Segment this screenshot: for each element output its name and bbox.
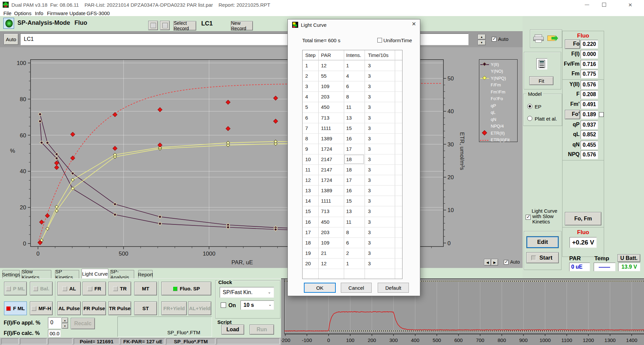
svg-text:1300: 1300	[604, 337, 615, 343]
grid-view-button-2[interactable]	[160, 21, 170, 30]
fifo-appl-down[interactable]: ▼	[62, 323, 68, 329]
tab-settings[interactable]: Settings	[2, 270, 20, 278]
f-ml-button[interactable]: F ML	[4, 301, 27, 315]
cell-intens: 16	[346, 188, 352, 193]
table-row[interactable]: 5450113	[303, 102, 402, 112]
al-yield-button[interactable]: AL+Yield	[188, 301, 211, 315]
al-pulse-button[interactable]: AL Pulse	[57, 301, 81, 315]
fifo-appl-up[interactable]: ▲	[62, 318, 68, 323]
fo-fm-button[interactable]: Fo, Fm	[565, 212, 601, 225]
cancel-button[interactable]: Cancel	[341, 283, 372, 293]
mt-button[interactable]: MT	[134, 282, 157, 295]
y-ii--value: 0.576	[581, 80, 598, 89]
load-button[interactable]: Load	[221, 325, 244, 335]
grid-view-button[interactable]	[148, 21, 158, 30]
select-record-button[interactable]: Select Record	[173, 21, 196, 30]
clock-on-checkbox[interactable]	[221, 302, 226, 308]
chart-legend[interactable]: Y(II)Y(NO)Y(NPQ)F/FmFm'/FmFo'/FoqPqLqNNP…	[479, 59, 518, 142]
table-row[interactable]: 112147183	[303, 164, 402, 175]
fr-button[interactable]: FR	[83, 282, 106, 295]
auto-button[interactable]: Auto	[4, 33, 18, 45]
table-row[interactable]: 81389163	[303, 133, 402, 144]
bal--button[interactable]: Bal.	[30, 282, 53, 295]
default-button[interactable]: Default	[378, 283, 409, 293]
table-row[interactable]: 11213	[303, 60, 402, 71]
table-row[interactable]: 201213	[303, 258, 402, 269]
record-next-button[interactable]: ▶	[491, 259, 498, 266]
table-row[interactable]: 91724173	[303, 144, 402, 154]
menu-item-file[interactable]: File	[3, 10, 11, 16]
menu-item-info[interactable]: Info	[35, 10, 43, 16]
table-row[interactable]: 192123	[303, 248, 402, 258]
svg-text:0: 0	[327, 337, 330, 343]
menu-item-options[interactable]: Options	[14, 10, 32, 16]
f-value: 0.208	[581, 90, 598, 99]
table-row[interactable]: 420383	[303, 91, 402, 102]
edit-button[interactable]: Edit	[526, 236, 559, 248]
fr-pulse-button[interactable]: FR Pulse	[83, 301, 106, 315]
mf-h-label: MF-H	[39, 305, 51, 311]
table-row[interactable]: 102147183	[303, 154, 402, 164]
spin-up-button[interactable]: ▲	[478, 34, 486, 40]
interval-dropdown[interactable]: 10 s⌄	[240, 300, 274, 310]
print-icon[interactable]	[533, 34, 544, 43]
chart-auto-checkbox[interactable]: ✓	[504, 260, 508, 265]
table-row[interactable]: 25543	[303, 71, 402, 81]
auto-checkbox[interactable]: ✓	[492, 37, 496, 42]
mode-icon[interactable]	[3, 18, 14, 29]
menu-item-firmware-update[interactable]: Firmware Update	[47, 10, 86, 16]
tr-button[interactable]: TR	[108, 282, 131, 295]
table-row[interactable]: 71111153	[303, 123, 402, 133]
dialog-close-icon[interactable]: ✕	[409, 21, 419, 29]
al-button[interactable]: AL	[57, 282, 81, 295]
cell-time: 3	[368, 219, 371, 225]
tab-slow-kinetics[interactable]: Slow Kinetics	[21, 270, 51, 278]
st-button[interactable]: ST	[134, 301, 157, 315]
ok-button[interactable]: OK	[304, 283, 336, 293]
table-row[interactable]: 141111153	[303, 196, 402, 206]
fluo-sp-button[interactable]: Fluo. SP	[161, 282, 211, 295]
tab-sp-analysis[interactable]: SP-Analysis	[110, 270, 134, 278]
fr-yield-button[interactable]: FR+Yield	[161, 301, 187, 315]
fifo-appl-field[interactable]: 0	[48, 317, 61, 329]
mf-h-button[interactable]: MF-H	[30, 301, 53, 315]
lc-slow-kinetics-checkbox[interactable]: ✓	[526, 215, 531, 220]
p-ml-button[interactable]: P ML	[4, 282, 27, 295]
cell-step: 6	[305, 115, 308, 121]
close-button[interactable]: ✕	[625, 2, 636, 8]
table-row[interactable]: 15713133	[303, 206, 402, 216]
fm--value: 0.491	[581, 100, 598, 109]
status-segment-6	[217, 338, 280, 344]
start-button[interactable]: Start	[526, 252, 559, 263]
spin-down-button[interactable]: ▼	[478, 40, 486, 45]
fo--checkbox[interactable]	[599, 112, 604, 117]
maximize-button[interactable]	[602, 3, 606, 7]
menu-item-gfs-3000[interactable]: GFS-3000	[87, 10, 110, 16]
channel-label: Fluo	[74, 19, 87, 26]
table-row[interactable]: 6713133	[303, 113, 402, 123]
clock-mode-dropdown[interactable]: SP/Fast Kin.⌄	[220, 287, 274, 298]
table-row[interactable]: 1720383	[303, 227, 402, 237]
uniform-time-checkbox[interactable]	[377, 38, 382, 43]
table-row[interactable]: 310963	[303, 81, 402, 91]
tab-light-curve[interactable]: Light Curve	[82, 269, 108, 278]
record-prev-button[interactable]: ◀	[484, 259, 491, 266]
cell-intens: 16	[346, 136, 352, 141]
table-row[interactable]: 131389163	[303, 185, 402, 196]
status-segment-4: FK-PAR= 127 uE	[121, 338, 165, 344]
tab-report[interactable]: Report	[138, 270, 153, 278]
table-row[interactable]: 16450113	[303, 217, 402, 227]
recalc-button[interactable]: Recalc	[71, 318, 95, 329]
tab-sp-kinetics[interactable]: SP Kinetics	[55, 270, 79, 278]
table-row[interactable]: 1810963	[303, 237, 402, 248]
tr-pulse-button[interactable]: TR Pulse	[108, 301, 131, 315]
red-diamond-icon	[479, 130, 491, 136]
table-row[interactable]: 121724173	[303, 175, 402, 185]
minimize-button[interactable]: —	[581, 2, 593, 7]
run-button[interactable]: Run	[250, 325, 274, 335]
model-radio-platt[interactable]	[527, 116, 532, 121]
new-record-button[interactable]: New Record	[231, 21, 253, 30]
model-radio-ep[interactable]	[527, 104, 532, 109]
calculator-icon[interactable]	[536, 58, 547, 70]
f-ml-indicator	[6, 306, 11, 311]
